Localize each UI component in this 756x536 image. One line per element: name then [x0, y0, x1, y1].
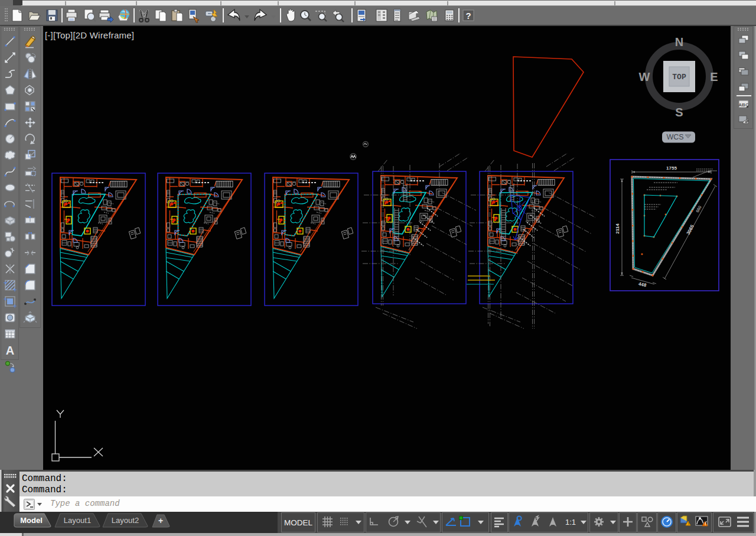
svg-text:W: W	[639, 70, 650, 83]
svg-text:+: +	[158, 516, 163, 525]
svg-text:TOP: TOP	[672, 73, 686, 82]
svg-text:S: S	[675, 106, 683, 119]
svg-text:Layout2: Layout2	[112, 516, 139, 525]
svg-text:[-][Top][2D Wireframe]: [-][Top][2D Wireframe]	[45, 30, 134, 40]
svg-text:448: 448	[638, 281, 647, 288]
svg-text:2114: 2114	[615, 223, 620, 234]
svg-text:E: E	[710, 70, 718, 83]
svg-text:A: A	[6, 344, 14, 357]
svg-text:!: !	[688, 522, 689, 525]
svg-text:N: N	[675, 35, 683, 48]
svg-text:Layout1: Layout1	[64, 516, 91, 525]
svg-text:1:1: 1:1	[565, 518, 576, 527]
svg-text:WCS: WCS	[666, 133, 683, 141]
svg-text:MODEL: MODEL	[284, 518, 313, 527]
svg-text:1755: 1755	[666, 165, 677, 171]
svg-text:!: !	[705, 522, 706, 526]
svg-text:Model: Model	[20, 516, 43, 525]
svg-text:?: ?	[465, 11, 471, 21]
